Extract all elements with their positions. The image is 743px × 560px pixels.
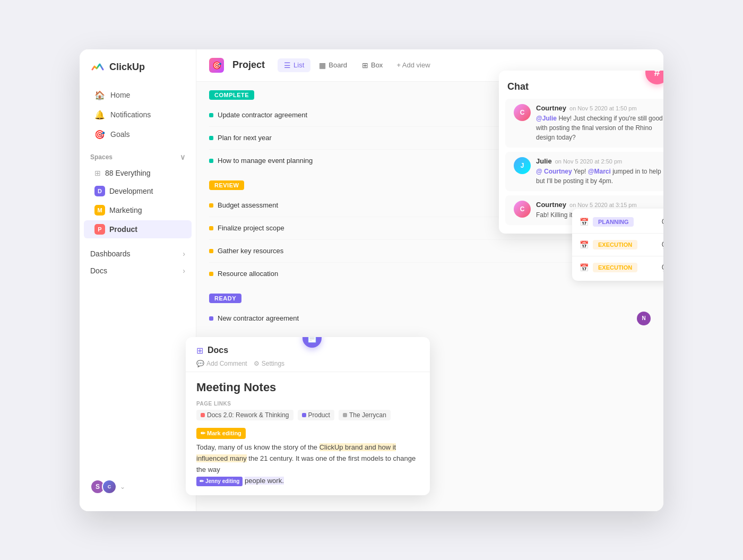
comment-icon: 💬 [662, 263, 663, 272]
spaces-section: Spaces ∨ [80, 144, 196, 165]
jenny-editing-tag: ✏ Jenny editing [196, 477, 243, 486]
avatar-stack: S C [90, 479, 117, 494]
mention: @Julie [536, 115, 557, 122]
task-dot-yellow [209, 272, 213, 276]
app-container: ClickUp 🏠 Home 🔔 Notifications 🎯 Goals S… [80, 49, 663, 511]
page-link-2[interactable]: Product [298, 410, 334, 420]
chat-title: Chat [499, 71, 663, 99]
board-icon: ▦ [319, 61, 326, 70]
chat-username-2: Julie [536, 157, 552, 165]
mkt-badge: M [94, 205, 105, 216]
prd-label: Product [109, 225, 137, 234]
page-link-label-1: Docs 2.0: Rework & Thinking [207, 411, 289, 419]
spaces-label: Spaces [90, 153, 113, 161]
clickup-logo [90, 60, 105, 75]
chat-content-2: Julie on Nov 5 2020 at 2:50 pm @ Courtne… [536, 157, 663, 186]
everything-label-text: Everything [115, 169, 150, 177]
dashboards-arrow: › [183, 249, 185, 258]
page-link-3[interactable]: The Jerrycan [339, 410, 391, 420]
page-link-label-2: Product [308, 411, 330, 419]
space-dev[interactable]: D Development [84, 182, 192, 200]
chat-header-1: Courtney on Nov 5 2020 at 1:50 pm [536, 104, 663, 112]
link-dot-red [201, 413, 205, 417]
task-avatar: N [637, 312, 651, 325]
docs-icon: ⊞ [196, 346, 203, 356]
docs-panel: 📄 ⊞ Docs 💬 Add Comment ⚙ Settings [186, 337, 430, 495]
jenny-edit-label: Jenny editing [205, 477, 239, 486]
divider [572, 233, 663, 234]
nav-notifications[interactable]: 🔔 Notifications [84, 106, 192, 124]
tab-list[interactable]: ☰ List [278, 58, 310, 72]
sprint-badge-execution-2: EXECUTION [593, 263, 637, 272]
everything-item[interactable]: ⊞ 88 Everything [84, 165, 192, 181]
jenny-edit-icon: ✏ [200, 477, 204, 486]
task-dot-green [209, 113, 213, 117]
task-dot-yellow [209, 249, 213, 253]
nav-goals[interactable]: 🎯 Goals [84, 125, 192, 144]
body-text-blue: people work. [245, 477, 284, 485]
tab-board-label: Board [329, 61, 347, 69]
page-link-label-3: The Jerrycan [349, 411, 386, 419]
docs-section-title: Docs [208, 346, 228, 355]
chat-header-2: Julie on Nov 5 2020 at 2:50 pm [536, 157, 663, 165]
table-row[interactable]: New contractor agreement N [209, 307, 651, 330]
home-icon: 🏠 [94, 90, 105, 100]
chat-header-3: Courtney on Nov 5 2020 at 3:15 pm [536, 201, 663, 209]
mention: @Marci [588, 168, 611, 175]
task-name: New contractor agreement [218, 314, 633, 322]
project-icon: 🎯 [209, 58, 224, 73]
everything-icon: ⊞ [94, 169, 101, 177]
dev-badge: D [94, 186, 105, 196]
everything-label: 88 Everything [105, 169, 151, 177]
tab-board[interactable]: ▦ Board [313, 58, 353, 72]
section-ready-header: READY [209, 294, 651, 303]
sprint-panel: 📅 PLANNING 💬 📅 EXECUTION 💬 📅 EXECUTION 💬 [572, 209, 663, 281]
mention: @ Courtney [536, 168, 572, 175]
add-view-button[interactable]: + Add view [391, 58, 435, 72]
docs-actions: 💬 Add Comment ⚙ Settings [196, 360, 419, 367]
docs-section[interactable]: Docs › [80, 262, 196, 279]
chat-username-3: Courtney [536, 201, 566, 209]
settings-label: Settings [262, 360, 284, 367]
chat-time-2: on Nov 5 2020 at 2:50 pm [555, 158, 623, 165]
settings-button[interactable]: ⚙ Settings [254, 360, 284, 367]
goals-icon: 🎯 [94, 130, 105, 140]
nav-home[interactable]: 🏠 Home [84, 86, 192, 105]
spaces-chevron[interactable]: ∨ [180, 153, 185, 161]
task-dot-blue [209, 316, 213, 321]
page-link-1[interactable]: Docs 2.0: Rework & Thinking [196, 410, 293, 420]
comment-icon: 💬 [662, 240, 663, 249]
docs-body-text: ✏ Mark editing Today, many of us know th… [196, 428, 419, 487]
user-indicator: ⌄ [120, 483, 125, 490]
space-mkt[interactable]: M Marketing [84, 201, 192, 219]
chat-text-1: @Julie Hey! Just checking if you're stil… [536, 114, 663, 142]
add-comment-button[interactable]: 💬 Add Comment [196, 360, 247, 367]
list-icon: ☰ [284, 61, 291, 70]
task-name: Resource allocation [218, 270, 633, 278]
task-dot-yellow [209, 203, 213, 208]
sidebar-footer: S C ⌄ [80, 473, 196, 501]
dashboards-section[interactable]: Dashboards › [80, 245, 196, 262]
nav-notifications-label: Notifications [110, 110, 151, 119]
docs-arrow: › [183, 266, 185, 275]
link-dot-gray [343, 413, 347, 417]
bell-icon: 🔔 [94, 110, 105, 120]
sprint-row-1: 📅 PLANNING 💬 [572, 213, 663, 231]
chat-message-1: C Courtney on Nov 5 2020 at 1:50 pm @Jul… [505, 99, 663, 148]
calendar-icon: 📅 [580, 218, 589, 226]
task-dot-green [209, 136, 213, 140]
everything-count: 88 [105, 169, 114, 177]
chat-message-2: J Julie on Nov 5 2020 at 2:50 pm @ Court… [505, 152, 663, 191]
add-comment-label: Add Comment [206, 360, 247, 367]
tab-box-label: Box [371, 61, 383, 69]
prd-badge: P [94, 224, 105, 235]
nav-goals-label: Goals [110, 130, 130, 139]
chat-avatar-julie: J [514, 157, 531, 174]
chat-username-1: Courtney [536, 104, 566, 112]
sprint-row-2: 📅 EXECUTION 💬 [572, 236, 663, 254]
space-prd[interactable]: P Product [84, 220, 192, 238]
logo-area[interactable]: ClickUp [80, 60, 196, 85]
tab-box[interactable]: ⊞ Box [356, 58, 389, 72]
view-tabs: ☰ List ▦ Board ⊞ Box + Add view [278, 58, 436, 72]
logo-text: ClickUp [109, 62, 145, 73]
